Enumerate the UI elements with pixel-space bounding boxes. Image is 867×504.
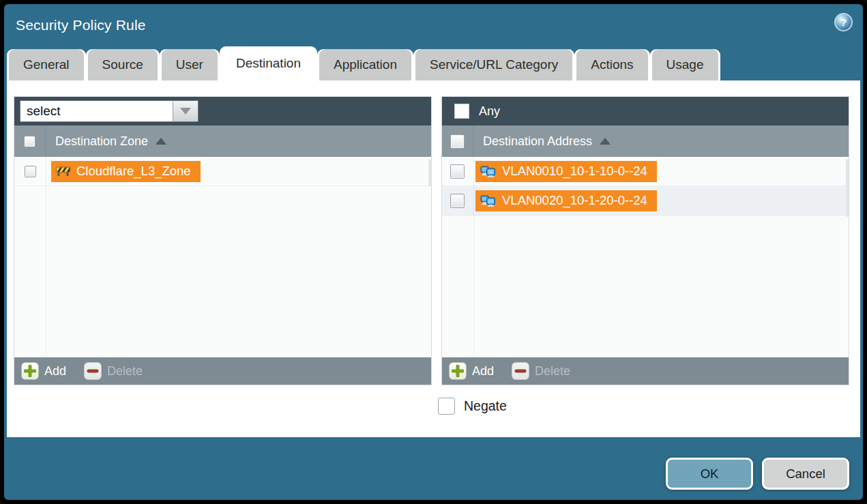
tab-application[interactable]: Application (319, 49, 411, 80)
title-bar: Security Policy Rule ? (4, 4, 863, 46)
zone-select-dropdown-button[interactable] (173, 101, 198, 121)
column-divider (473, 157, 474, 357)
add-plus-icon (21, 362, 39, 380)
cancel-button[interactable]: Cancel (762, 458, 849, 490)
address-row[interactable]: VLAN0020_10-1-20-0--24 (442, 186, 849, 216)
delete-minus-icon (512, 362, 529, 380)
address-row-chip[interactable]: VLAN0020_10-1-20-0--24 (475, 190, 657, 211)
zone-header-checkbox-cell (14, 125, 46, 157)
address-row-label: VLAN0020_10-1-20-0--24 (502, 193, 647, 208)
address-row-checkbox[interactable] (450, 164, 465, 179)
address-delete-button[interactable]: Delete (512, 362, 570, 380)
any-label: Any (479, 104, 500, 119)
destination-zone-panel: Destination Zone (14, 96, 432, 385)
address-row[interactable]: VLAN0010_10-1-10-0--24 (442, 157, 849, 186)
dialog-title: Security Policy Rule (16, 17, 146, 33)
address-delete-label: Delete (535, 364, 570, 379)
tab-service-url-category[interactable]: Service/URL Category (415, 49, 572, 80)
address-column-header: Destination Address (442, 125, 849, 157)
zone-list-body: Cloudflare_L3_Zone (14, 157, 431, 357)
ok-button[interactable]: OK (666, 458, 753, 490)
tab-user[interactable]: User (162, 49, 218, 80)
address-row-checkbox[interactable] (450, 194, 465, 208)
address-row-chip[interactable]: VLAN0010_10-1-10-0--24 (475, 161, 657, 182)
zone-select-combo (20, 100, 199, 122)
address-footer: Add Delete (442, 357, 849, 385)
network-computers-icon (480, 195, 496, 207)
sort-asc-icon[interactable] (156, 138, 166, 145)
tab-bar: General Source User Destination Applicat… (4, 46, 863, 80)
zone-row-label: Cloudflare_L3_Zone (76, 164, 191, 179)
zone-delete-label: Delete (107, 364, 143, 379)
tab-content-destination: Destination Zone (7, 80, 860, 437)
zone-toolbar (14, 97, 431, 125)
address-select-all-checkbox[interactable] (450, 134, 465, 149)
negate-checkbox[interactable] (438, 398, 455, 415)
tab-usage[interactable]: Usage (652, 49, 718, 80)
address-list-body: VLAN0010_10-1-10-0--24 (442, 157, 849, 357)
sort-asc-icon[interactable] (600, 138, 611, 145)
zone-footer: Add Delete (14, 357, 431, 385)
tab-source[interactable]: Source (88, 49, 158, 80)
negate-row: Negate (438, 398, 860, 415)
zone-column-label[interactable]: Destination Zone (55, 134, 148, 149)
scrollbar-thumb[interactable] (428, 159, 431, 186)
address-header-checkbox-cell (442, 125, 473, 157)
zone-icon (56, 166, 70, 177)
address-column-label[interactable]: Destination Address (483, 134, 592, 149)
help-icon[interactable]: ? (834, 13, 853, 31)
zone-row-checkbox[interactable] (25, 166, 36, 177)
add-plus-icon (449, 362, 467, 380)
address-row-label: VLAN0010_10-1-10-0--24 (502, 164, 647, 179)
zone-select-input[interactable] (20, 101, 173, 121)
zone-row-chip[interactable]: Cloudflare_L3_Zone (51, 161, 201, 182)
negate-label: Negate (464, 398, 507, 414)
dialog-button-bar: OK Cancel (666, 458, 849, 490)
destination-address-panel: Any Destination Address (441, 96, 849, 385)
zone-delete-button[interactable]: Delete (84, 362, 143, 380)
security-policy-rule-dialog: Security Policy Rule ? General Source Us… (4, 4, 863, 500)
zone-select-all-checkbox[interactable] (24, 136, 35, 147)
panels: Destination Zone (7, 80, 860, 385)
address-add-button[interactable]: Add (449, 362, 494, 380)
column-divider (46, 157, 46, 357)
delete-minus-icon (84, 362, 102, 380)
zone-add-label: Add (44, 364, 66, 379)
tab-actions[interactable]: Actions (576, 49, 647, 80)
any-checkbox[interactable] (454, 104, 469, 119)
zone-column-header: Destination Zone (14, 125, 431, 157)
address-add-label: Add (472, 364, 494, 379)
scrollbar-thumb[interactable] (846, 159, 849, 217)
zone-add-button[interactable]: Add (21, 362, 66, 380)
address-toolbar: Any (442, 97, 849, 125)
chevron-down-icon (180, 108, 191, 115)
zone-row[interactable]: Cloudflare_L3_Zone (14, 157, 431, 186)
network-computers-icon (480, 166, 496, 177)
tab-destination[interactable]: Destination (222, 46, 315, 80)
window-frame: Security Policy Rule ? General Source Us… (0, 0, 867, 504)
tab-general[interactable]: General (9, 49, 84, 80)
